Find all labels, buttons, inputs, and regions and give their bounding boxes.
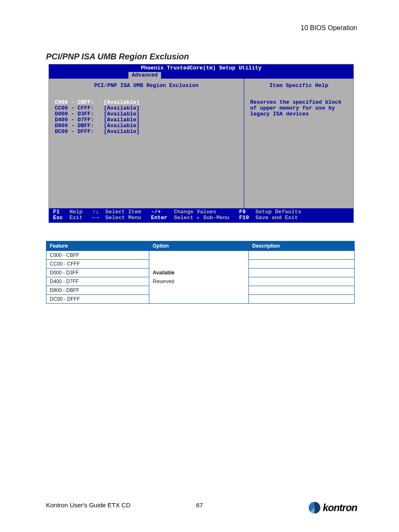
bios-help-text: Reserves the specified block of upper me… (250, 100, 348, 117)
bios-menu-advanced: Advanced (128, 72, 161, 79)
bios-row: C800 - CBFF: [Available] (55, 100, 238, 105)
feature-cell: CC00 - CFFF (46, 260, 149, 269)
option-cell (149, 286, 249, 295)
bios-footer: F1 Help ↑↓ Select Item -/+ Change Values… (49, 208, 353, 223)
bios-row: D000 - D3FF: [Available] (55, 111, 238, 117)
feature-table: Feature Option Description C000 - CBFF C… (46, 241, 355, 304)
bios-row: CC00 - CFFF: [Available] (55, 105, 238, 111)
bios-menu: Advanced (49, 72, 353, 79)
chapter-heading: 10 BIOS Operation (301, 24, 357, 32)
feature-cell: D400 - D7FF (46, 277, 149, 286)
bios-screenshot: Phoenix TrustedCore(tm) Setup Utility Ad… (49, 64, 354, 223)
logo-swirl-icon (309, 502, 320, 514)
description-cell (249, 286, 355, 295)
description-cell (249, 251, 355, 260)
th-description: Description (249, 241, 355, 251)
feature-cell: D800 - DBFF (46, 286, 149, 295)
bios-left-panel: PCI/PNP ISA UMB Region Exclusion C800 - … (49, 79, 244, 212)
section-title: PCI/PNP ISA UMB Region Exclusion (46, 52, 189, 61)
description-cell (249, 260, 355, 269)
brand-logo: kontron (309, 502, 357, 514)
option-cell (149, 295, 249, 304)
brand-name: kontron (323, 502, 357, 514)
bios-help-title: Item Specific Help (250, 83, 348, 89)
bios-body: PCI/PNP ISA UMB Region Exclusion C800 - … (49, 79, 353, 212)
description-cell (249, 269, 355, 277)
description-cell (249, 277, 355, 286)
option-cell (149, 260, 249, 269)
bios-title-bar: Phoenix TrustedCore(tm) Setup Utility (49, 64, 353, 72)
bios-row: D400 - D7FF: [Available] (55, 117, 238, 123)
bios-row: D800 - DBFF: [Available] (55, 123, 238, 129)
feature-cell: DC00 - DFFF (46, 295, 149, 304)
option-cell: Available (149, 269, 249, 277)
bios-panel-title: PCI/PNP ISA UMB Region Exclusion (55, 83, 238, 89)
bios-help-panel: Item Specific Help Reserves the specifie… (244, 79, 353, 212)
description-cell (249, 295, 355, 304)
th-feature: Feature (46, 241, 149, 251)
th-option: Option (149, 241, 249, 251)
bios-rows: C800 - CBFF: [Available]CC00 - CFFF: [Av… (55, 100, 238, 135)
feature-cell: C000 - CBFF (46, 251, 149, 260)
option-cell: Reserved (149, 277, 249, 286)
option-cell (149, 251, 249, 260)
bios-row: DC00 - DFFF: [Available] (55, 129, 238, 135)
feature-cell: D000 - D3FF (46, 269, 149, 277)
